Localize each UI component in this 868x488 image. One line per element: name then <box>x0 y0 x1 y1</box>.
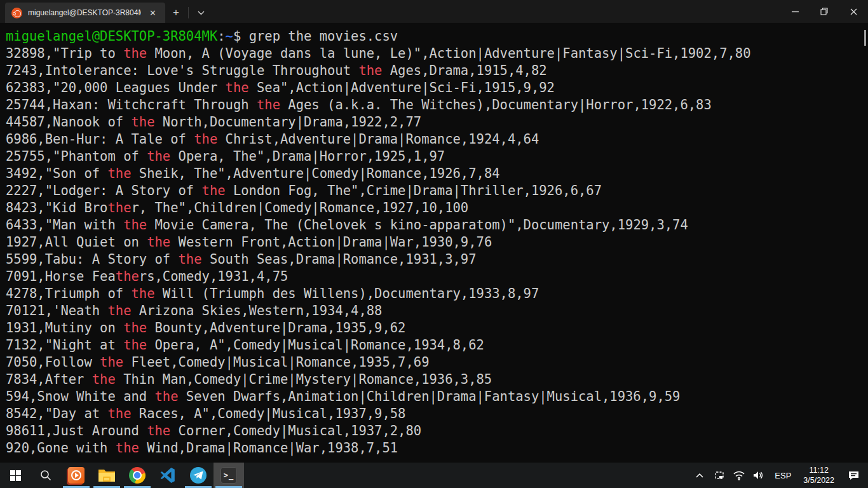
grep-match: the <box>107 303 131 318</box>
prompt-path: ~ <box>226 29 233 44</box>
tray-clock[interactable]: 11:12 3/5/2022 <box>799 465 838 485</box>
terminal-output: 32898,"Trip to the Moon, A (Voyage dans … <box>6 45 868 457</box>
terminal-line: 5599,Tabu: A Story of the South Seas,Dra… <box>6 251 868 268</box>
terminal-line: 8423,"Kid Brother, The",Children|Comedy|… <box>6 200 868 217</box>
grep-match: the <box>123 217 147 233</box>
tab-separator <box>188 7 189 18</box>
grep-match: the <box>179 252 202 267</box>
terminal-line: 32898,"Trip to the Moon, A (Voyage dans … <box>6 45 868 62</box>
chrome-icon <box>129 467 146 484</box>
movies-tv-icon <box>68 467 85 484</box>
terminal-line: 7834,After the Thin Man,Comedy|Crime|Mys… <box>6 371 868 388</box>
grep-match: the <box>257 97 280 112</box>
new-tab-button[interactable]: + <box>165 3 187 23</box>
grep-match: the <box>226 80 249 95</box>
telegram-icon <box>190 467 207 484</box>
tray-language-indicator[interactable]: ESP <box>771 471 795 480</box>
grep-match: the <box>123 46 147 61</box>
terminal-line: 7050,Follow the Fleet,Comedy|Musical|Rom… <box>6 354 868 371</box>
grep-match: the <box>123 320 147 336</box>
terminal-line: 2227,"Lodger: A Story of the London Fog,… <box>6 182 868 200</box>
taskbar-app-telegram[interactable] <box>183 463 214 488</box>
terminal-line: 1931,Mutiny on the Bounty,Adventure|Dram… <box>6 320 868 337</box>
terminal-icon: >_ <box>220 467 237 484</box>
taskbar-app-movies-tv[interactable] <box>61 463 92 488</box>
taskbar-search-button[interactable] <box>31 463 61 488</box>
start-button[interactable] <box>0 463 31 488</box>
grep-match: the <box>100 355 123 370</box>
taskbar: >_ <box>0 463 868 488</box>
tray-volume-button[interactable] <box>751 470 766 480</box>
taskbar-app-vscode[interactable] <box>153 463 183 488</box>
grep-match: the <box>358 63 382 78</box>
grep-match: the <box>107 200 131 215</box>
prompt-dollar: $ <box>233 29 249 44</box>
vscode-icon <box>159 467 176 484</box>
tray-date: 3/5/2022 <box>803 475 834 485</box>
system-tray: ESP 11:12 3/5/2022 <box>692 463 868 488</box>
grep-match: the <box>131 114 154 130</box>
taskbar-app-file-explorer[interactable] <box>92 463 122 488</box>
grep-match: the <box>147 234 170 250</box>
terminal-line: 62383,"20,000 Leagues Under the Sea",Act… <box>6 79 868 97</box>
tab-dropdown-button[interactable] <box>190 3 212 23</box>
grep-match: the <box>147 149 170 164</box>
terminal-line: 594,Snow White and the Seven Dwarfs,Anim… <box>6 388 868 405</box>
terminal-line: 70121,'Neath the Arizona Skies,Western,1… <box>6 302 868 320</box>
maximize-restore-button[interactable] <box>810 0 839 23</box>
grep-match: the <box>202 183 226 198</box>
terminal-line: 7132,"Night at the Opera, A",Comedy|Musi… <box>6 337 868 354</box>
prompt-line: miguelangel@DESKTOP-3R804MK:~$ grep the … <box>6 28 868 45</box>
prompt-user-host: miguelangel@DESKTOP-3R804MK <box>6 29 217 44</box>
terminal-line: 920,Gone with the Wind,Drama|Romance|War… <box>6 440 868 457</box>
terminal-line: 6433,"Man with the Movie Camera, The (Ch… <box>6 217 868 234</box>
tray-show-hidden-button[interactable] <box>692 473 707 478</box>
terminal-line: 4278,Triumph of the Will (Triumph des Wi… <box>6 285 868 302</box>
display-connect-icon <box>714 470 725 480</box>
terminal-line: 25755,"Phantom of the Opera, The",Drama|… <box>6 148 868 165</box>
terminal-viewport[interactable]: miguelangel@DESKTOP-3R804MK:~$ grep the … <box>0 23 868 463</box>
grep-match: the <box>194 132 217 147</box>
speaker-icon <box>753 470 765 480</box>
tab-close-icon[interactable]: ✕ <box>147 7 159 19</box>
wifi-icon <box>733 471 745 480</box>
tray-time: 11:12 <box>803 465 834 475</box>
notification-icon <box>848 470 860 481</box>
terminal-line: 44587,Nanook of the North,Documentary|Dr… <box>6 114 868 131</box>
grep-match: the <box>116 440 139 456</box>
search-icon <box>39 469 52 482</box>
action-center-button[interactable] <box>843 470 864 481</box>
minimize-button[interactable] <box>780 0 810 23</box>
window-titlebar: miguelangel@DESKTOP-3R804MK ✕ + <box>0 0 868 23</box>
terminal-scrollbar-thumb[interactable] <box>864 30 866 46</box>
chevron-up-icon <box>696 473 703 478</box>
tab-title: miguelangel@DESKTOP-3R804MK <box>28 8 141 17</box>
terminal-line: 25744,Haxan: Witchcraft Through the Ages… <box>6 97 868 114</box>
window-controls <box>780 0 868 23</box>
chevron-down-icon <box>198 11 205 15</box>
grep-match: the <box>147 423 170 438</box>
terminal-tab[interactable]: miguelangel@DESKTOP-3R804MK ✕ <box>5 3 165 23</box>
terminal-line: 3492,"Son of the Sheik, The",Adventure|C… <box>6 165 868 182</box>
tray-network-button[interactable] <box>731 471 747 480</box>
file-explorer-icon <box>98 468 116 483</box>
grep-match: the <box>107 406 131 421</box>
terminal-line: 7091,Horse Feathers,Comedy,1931,4,75 <box>6 268 868 285</box>
terminal-line: 7243,Intolerance: Love's Struggle Throug… <box>6 62 868 79</box>
windows-logo-icon <box>10 470 21 481</box>
close-window-button[interactable] <box>839 0 868 23</box>
taskbar-app-terminal[interactable]: >_ <box>214 463 244 488</box>
grep-match: the <box>155 389 179 404</box>
terminal-line: 8542,"Day at the Races, A",Comedy|Musica… <box>6 405 868 423</box>
tray-display-connect-button[interactable] <box>712 470 727 480</box>
terminal-line: 98611,Just Around the Corner,Comedy|Musi… <box>6 423 868 440</box>
grep-match: the <box>92 372 116 387</box>
grep-match: the <box>107 166 131 181</box>
taskbar-app-chrome[interactable] <box>122 463 153 488</box>
terminal-line: 1927,All Quiet on the Western Front,Acti… <box>6 234 868 251</box>
grep-match: the <box>123 337 147 353</box>
terminal-line: 6986,Ben-Hur: A Tale of the Christ,Adven… <box>6 131 868 148</box>
prompt-colon: : <box>217 29 225 44</box>
grep-match: the <box>131 286 154 301</box>
command-text: grep the movies.csv <box>249 29 398 44</box>
